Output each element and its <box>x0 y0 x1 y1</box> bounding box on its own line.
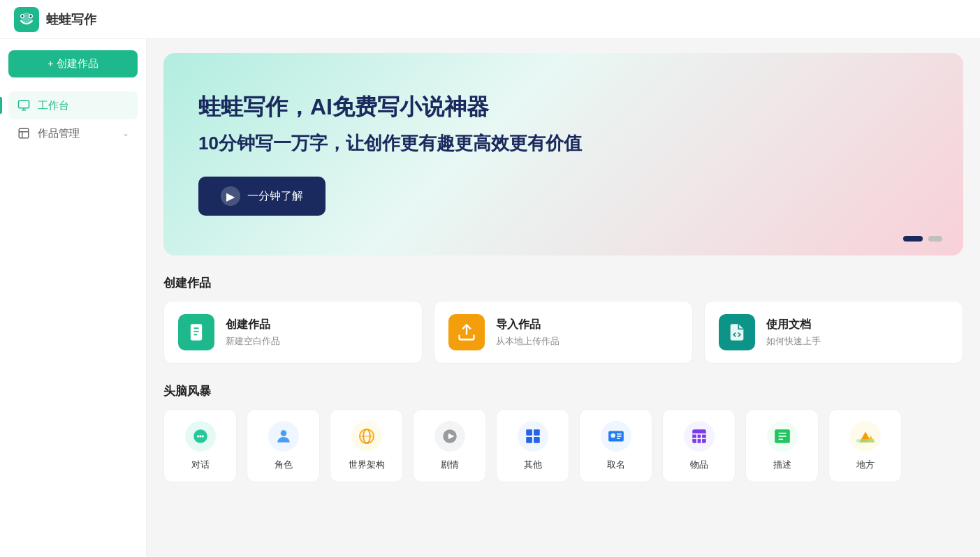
svg-point-4 <box>22 15 24 17</box>
play-icon: ▶ <box>221 186 240 206</box>
brainstorm-item-items[interactable]: 物品 <box>662 409 736 482</box>
sidebar: + 创建作品 工作台 作品管理 ⌄ <box>0 39 147 557</box>
sidebar-item-workspace[interactable]: 工作台 <box>8 91 138 119</box>
logo-icon <box>14 7 39 32</box>
banner-dots <box>903 236 942 242</box>
svg-rect-31 <box>526 437 532 443</box>
brainstorm-item-character[interactable]: 角色 <box>247 409 320 482</box>
learn-more-button[interactable]: ▶ 一分钟了解 <box>198 177 326 216</box>
svg-rect-32 <box>534 437 540 443</box>
sidebar-workspace-label: 工作台 <box>38 99 69 112</box>
chevron-down-icon: ⌄ <box>122 128 129 138</box>
chat-icon <box>185 421 216 452</box>
svg-rect-6 <box>19 101 29 108</box>
create-work-icon-wrap <box>178 314 214 350</box>
use-docs-card[interactable]: 使用文档 如何快速上手 <box>704 301 963 364</box>
book-icon <box>17 126 31 140</box>
mountain-icon <box>850 421 881 452</box>
create-work-text: 创建作品 新建空白作品 <box>226 318 280 348</box>
grid-icon <box>518 421 548 452</box>
create-work-card[interactable]: 创建作品 新建空白作品 <box>163 301 423 364</box>
play-icon <box>434 421 465 452</box>
use-docs-text: 使用文档 如何快速上手 <box>766 318 821 348</box>
main-content: 蛙蛙写作，AI免费写小说神器 10分钟写一万字，让创作更有趣更高效更有价值 ▶ … <box>147 39 980 557</box>
svg-rect-29 <box>526 429 532 436</box>
svg-point-34 <box>610 433 615 438</box>
import-work-card[interactable]: 导入作品 从本地上传作品 <box>434 301 693 364</box>
sidebar-item-works[interactable]: 作品管理 ⌄ <box>8 119 138 147</box>
topbar: 蛙蛙写作 <box>0 0 980 39</box>
create-section-title: 创建作品 <box>163 275 963 291</box>
list-icon <box>767 421 798 452</box>
app-logo-text: 蛙蛙写作 <box>46 11 96 28</box>
banner-title: 蛙蛙写作，AI免费写小说神器 <box>198 93 928 122</box>
brainstorm-section: 头脑风暴 对话 <box>163 383 963 482</box>
svg-rect-12 <box>191 324 202 340</box>
svg-point-20 <box>201 435 203 437</box>
person-icon <box>268 421 299 452</box>
brainstorm-grid: 对话 角色 <box>163 409 963 482</box>
monitor-icon <box>17 98 31 112</box>
brainstorm-item-plot[interactable]: 剧情 <box>413 409 486 482</box>
use-docs-icon-wrap <box>719 314 755 350</box>
box-icon <box>684 421 715 452</box>
brainstorm-section-title: 头脑风暴 <box>163 383 963 399</box>
globe-icon <box>351 421 382 452</box>
svg-rect-50 <box>856 439 875 442</box>
dot-2[interactable] <box>928 236 942 242</box>
banner-subtitle: 10分钟写一万字，让创作更有趣更高效更有价值 <box>198 131 928 156</box>
brainstorm-item-describe[interactable]: 描述 <box>745 409 819 482</box>
brainstorm-item-other[interactable]: 其他 <box>496 409 569 482</box>
hero-banner: 蛙蛙写作，AI免费写小说神器 10分钟写一万字，让创作更有趣更高效更有价值 ▶ … <box>163 53 963 255</box>
svg-rect-30 <box>534 429 540 436</box>
svg-point-25 <box>360 429 374 443</box>
import-work-icon-wrap <box>448 314 485 350</box>
action-cards: 创建作品 新建空白作品 导入作品 从本地上传作品 <box>163 301 963 364</box>
svg-point-18 <box>197 435 199 437</box>
brainstorm-item-dialogue[interactable]: 对话 <box>163 409 237 482</box>
brainstorm-item-naming[interactable]: 取名 <box>579 409 652 482</box>
id-card-icon <box>601 421 631 452</box>
sidebar-works-label: 作品管理 <box>38 127 80 140</box>
dot-1[interactable] <box>903 236 923 242</box>
banner-text-block: 蛙蛙写作，AI免费写小说神器 10分钟写一万字，让创作更有趣更高效更有价值 ▶ … <box>198 93 928 216</box>
create-work-button[interactable]: + 创建作品 <box>8 50 138 77</box>
svg-point-21 <box>280 430 286 436</box>
brainstorm-item-place[interactable]: 地方 <box>828 409 902 482</box>
import-work-text: 导入作品 从本地上传作品 <box>496 318 560 348</box>
svg-point-5 <box>30 15 32 17</box>
brainstorm-item-worldbuilding[interactable]: 世界架构 <box>330 409 403 482</box>
svg-point-19 <box>199 435 201 437</box>
svg-rect-9 <box>19 128 29 138</box>
svg-rect-38 <box>692 429 706 443</box>
